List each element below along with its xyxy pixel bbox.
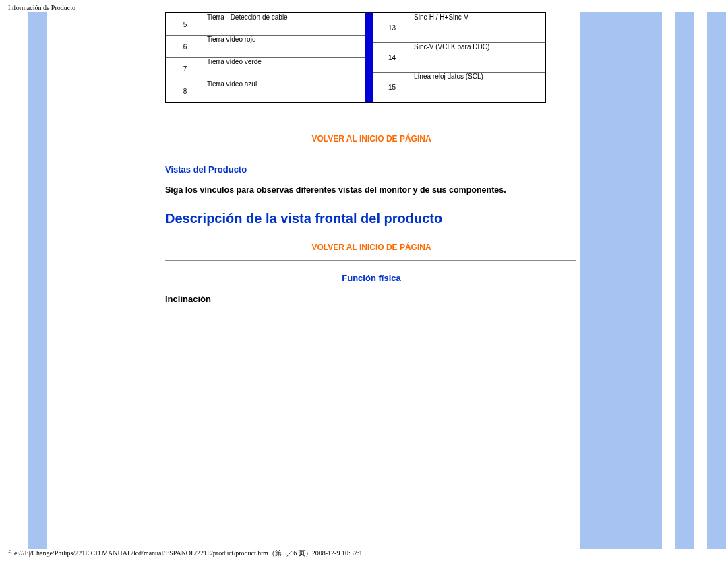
tilt-heading: Inclinación	[165, 294, 578, 304]
pin-desc: Tierra vídeo verde	[204, 58, 365, 80]
pin-number: 5	[166, 13, 204, 36]
pin-number: 7	[166, 58, 204, 80]
pin-desc: Línea reloj datos (SCL)	[411, 73, 545, 102]
page-header-path: Información de Producto	[8, 4, 75, 11]
table-row: 13 Sinc-H / H+Sinc-V	[373, 13, 545, 43]
pin-desc: Tierra - Detección de cable	[204, 13, 365, 36]
pin-table-right: 13 Sinc-H / H+Sinc-V 14 Sinc-V (VCLK par…	[373, 13, 545, 102]
product-views-body: Siga los vínculos para observas diferent…	[165, 185, 578, 195]
table-divider-blue	[365, 13, 373, 102]
decorative-stripe-right-wide	[580, 12, 662, 549]
back-to-top-link[interactable]: VOLVER AL INICIO DE PÁGINA	[165, 243, 578, 252]
product-views-heading: Vistas del Producto	[165, 164, 578, 175]
physical-function-heading: Función física	[165, 273, 578, 283]
pin-number: 14	[373, 43, 411, 73]
back-to-top-link[interactable]: VOLVER AL INICIO DE PÁGINA	[165, 134, 578, 144]
pin-desc: Tierra vídeo rojo	[204, 36, 365, 58]
pin-table-left: 5 Tierra - Detección de cable 6 Tierra v…	[166, 13, 365, 102]
table-row: 15 Línea reloj datos (SCL)	[373, 73, 545, 102]
table-row: 6 Tierra vídeo rojo	[166, 36, 365, 58]
section-divider	[165, 152, 576, 152]
table-row: 5 Tierra - Detección de cable	[166, 13, 365, 36]
pin-assignment-table: 5 Tierra - Detección de cable 6 Tierra v…	[165, 12, 546, 103]
pin-desc: Sinc-H / H+Sinc-V	[411, 13, 545, 43]
pin-number: 13	[373, 13, 411, 43]
page-footer-path: file:///E|/Change/Philips/221E CD MANUAL…	[8, 549, 366, 558]
pin-number: 8	[166, 80, 204, 102]
decorative-stripe-left	[28, 12, 47, 549]
table-row: 14 Sinc-V (VCLK para DDC)	[373, 43, 545, 73]
table-row: 7 Tierra vídeo verde	[166, 58, 365, 80]
section-divider	[165, 260, 576, 261]
pin-desc: Tierra vídeo azul	[204, 80, 365, 102]
pin-desc: Sinc-V (VCLK para DDC)	[411, 43, 545, 73]
main-content: 5 Tierra - Detección de cable 6 Tierra v…	[165, 12, 578, 304]
front-view-link[interactable]: Descripción de la vista frontal del prod…	[165, 211, 578, 226]
decorative-stripe-right-2	[707, 12, 726, 549]
table-row: 8 Tierra vídeo azul	[166, 80, 365, 102]
pin-number: 6	[166, 36, 204, 58]
decorative-stripe-right-1	[675, 12, 694, 549]
pin-number: 15	[373, 73, 411, 102]
